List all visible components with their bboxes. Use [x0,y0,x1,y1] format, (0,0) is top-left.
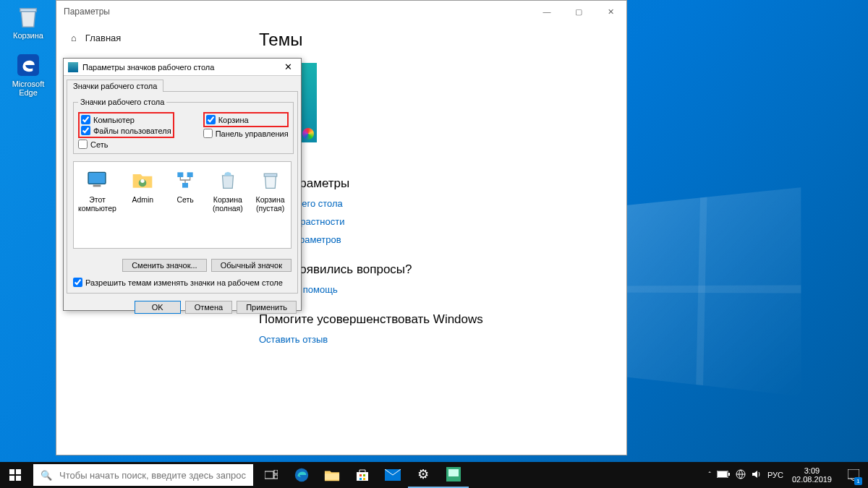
section-questions-title: У вас появились вопросы? [259,262,612,277]
checkbox-allow-themes[interactable]: Разрешить темам изменять значки на рабоч… [73,278,292,287]
taskbar: 🔍 Чтобы начать поиск, введите здесь запр… [0,462,868,488]
svg-rect-20 [363,474,365,476]
taskbar-app-edge[interactable] [286,462,317,488]
taskbar-app-settings[interactable]: ⚙ [408,462,438,488]
recycle-bin-full-icon [216,168,240,192]
section-related-title: щие параметры [259,176,612,191]
tray-language[interactable]: РУС [767,471,783,479]
maximize-button[interactable]: ▢ [563,1,595,22]
link-get-help[interactable]: Получить помощь [259,284,612,295]
edge-icon [16,53,41,77]
svg-rect-12 [9,476,14,481]
svg-rect-3 [93,185,101,187]
sidebar-home[interactable]: ⌂ Главная [64,30,244,55]
desktop-icons-dialog: Параметры значков рабочего стола ✕ Значк… [63,58,302,311]
clock-date: 02.08.2019 [792,475,832,484]
icon-item-bin-full[interactable]: Корзина (полная) [211,168,244,213]
checkbox-user-files[interactable]: Файлы пользователя [81,126,171,135]
svg-rect-9 [264,174,277,176]
page-title: Темы [259,30,612,50]
desktop-icon-label: Microsoft Edge [7,80,49,97]
search-placeholder: Чтобы начать поиск, введите здесь запрос [59,470,246,481]
start-button[interactable] [0,462,30,488]
group-legend: Значки рабочего стола [78,98,166,106]
dialog-icon [68,62,78,72]
icon-item-this-pc[interactable]: Этот компьютер [78,168,116,213]
taskview-button[interactable] [256,462,286,488]
sidebar-home-label: Главная [85,33,121,43]
apply-button[interactable]: Применить [237,301,297,314]
desktop-icons: Корзина Microsoft Edge [7,4,49,97]
svg-rect-11 [16,469,21,474]
notifications-button[interactable]: 1 [841,462,867,488]
ok-button[interactable]: OK [135,301,181,314]
tray-network-icon[interactable] [736,469,746,481]
tray-volume-icon[interactable] [752,469,762,481]
desktop-icon-recycle-bin[interactable]: Корзина [7,4,49,40]
checkbox-recycle-bin[interactable]: Корзина [206,115,286,124]
search-icon: 🔍 [41,470,52,481]
svg-rect-13 [16,476,21,481]
svg-rect-22 [363,478,365,480]
close-button[interactable]: ✕ [595,1,626,22]
svg-point-5 [141,179,145,183]
notification-badge: 1 [854,477,862,485]
window-title: Параметры [64,7,110,17]
link-sync-settings[interactable]: ваших параметров [259,234,612,245]
recycle-bin-icon [16,4,41,29]
svg-rect-15 [274,470,278,474]
icon-item-bin-empty[interactable]: Корзина (пустая) [254,168,286,213]
svg-rect-7 [187,172,193,177]
svg-rect-16 [274,475,278,479]
checkbox-network[interactable]: Сеть [78,140,289,149]
svg-rect-28 [718,471,727,477]
home-icon: ⌂ [71,33,77,43]
dialog-close-button[interactable]: ✕ [279,61,297,72]
desktop-icon-edge[interactable]: Microsoft Edge [7,53,49,97]
svg-rect-21 [359,478,362,480]
svg-rect-18 [325,474,339,479]
pc-icon [85,168,109,192]
clock-time: 3:09 [792,466,832,475]
icon-item-network[interactable]: Сеть [169,168,202,204]
change-icon-button[interactable]: Сменить значок... [122,259,207,272]
section-improve-title: Помогите усовершенствовать Windows [259,312,612,327]
checkbox-control-panel[interactable]: Панель управления [203,129,289,138]
link-feedback[interactable]: Оставить отзыв [259,334,612,345]
checkbox-computer[interactable]: Компьютер [81,115,171,124]
user-folder-icon [130,168,155,192]
cancel-button[interactable]: Отмена [185,301,232,314]
default-icon-button[interactable]: Обычный значок [211,259,292,272]
tab-desktop-icons[interactable]: Значки рабочего стола [67,80,163,92]
svg-rect-14 [265,471,273,479]
svg-rect-10 [9,469,14,474]
tray-chevron-icon[interactable]: ˆ [709,471,711,479]
network-icon [173,168,197,192]
partial-text: вуки [259,148,612,159]
taskbar-app-explorer[interactable] [317,462,347,488]
window-titlebar[interactable]: Параметры — ▢ ✕ [56,1,626,22]
taskbar-app-mail[interactable] [378,462,408,488]
icon-item-admin[interactable]: Admin [127,168,159,204]
svg-rect-1 [88,172,106,184]
icon-preview-grid[interactable]: Этот компьютер Admin Сеть Корзина (полна… [73,161,292,249]
dialog-titlebar[interactable]: Параметры значков рабочего стола ✕ [64,59,301,76]
taskbar-app-store[interactable] [347,462,378,488]
search-box[interactable]: 🔍 Чтобы начать поиск, введите здесь запр… [33,464,253,486]
recycle-bin-empty-icon [258,168,283,192]
svg-rect-19 [359,474,362,476]
svg-rect-25 [448,469,459,476]
taskbar-app-screenshot[interactable] [438,462,469,488]
highlight-box-right: Корзина [203,112,289,127]
tray-battery-icon[interactable] [717,471,730,479]
minimize-button[interactable]: — [531,1,563,22]
desktop-icon-label: Корзина [13,31,43,40]
link-high-contrast[interactable]: окой контрастности [259,216,612,227]
svg-rect-8 [182,183,188,188]
icons-group: Значки рабочего стола Компьютер Файлы по… [73,98,294,154]
link-desktop-icons[interactable]: ков рабочего стола [259,198,612,209]
taskbar-clock[interactable]: 3:09 02.08.2019 [786,466,838,484]
settings-main: Темы вуки щие параметры ков рабочего сто… [244,22,626,455]
dialog-title: Параметры значков рабочего стола [82,63,214,72]
highlight-box-left: Компьютер Файлы пользователя [78,112,174,138]
